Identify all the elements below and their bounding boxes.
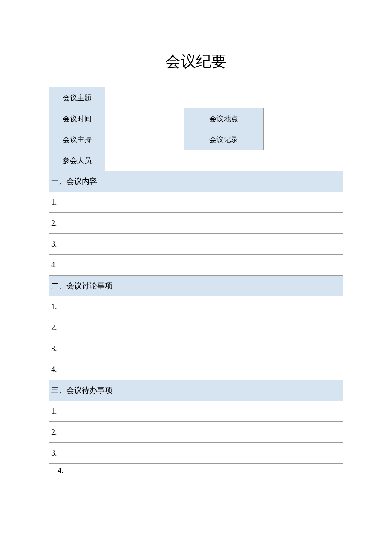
section-3-item: 2. — [49, 422, 343, 443]
subject-value — [105, 87, 343, 108]
section-2-item: 1. — [49, 296, 343, 317]
section-1-item: 3. — [49, 234, 343, 255]
host-label: 会议主持 — [49, 129, 105, 150]
location-value — [263, 108, 343, 129]
record-label: 会议记录 — [184, 129, 263, 150]
section-1-heading: 一、会议内容 — [49, 171, 343, 192]
section-1-item: 2. — [49, 213, 343, 234]
attendees-value — [105, 150, 343, 171]
section-2-heading: 二、会议讨论事项 — [49, 276, 343, 296]
section-3-item: 1. — [49, 401, 343, 422]
subject-label: 会议主题 — [49, 87, 105, 108]
section-3-heading: 三、会议待办事项 — [49, 380, 343, 401]
attendees-label: 参会人员 — [49, 150, 105, 171]
host-value — [105, 129, 184, 150]
section-3-item: 3. — [49, 443, 343, 464]
section-1-item: 1. — [49, 192, 343, 213]
meeting-minutes-table: 会议主题 会议时间 会议地点 会议主持 会议记录 参会人员 一、会议内容 1. … — [49, 87, 343, 464]
section-2-item: 3. — [49, 338, 343, 359]
time-value — [105, 108, 184, 129]
document-title: 会议纪要 — [49, 51, 343, 72]
trailing-item: 4. — [49, 464, 343, 479]
record-value — [263, 129, 343, 150]
section-2-item: 2. — [49, 317, 343, 338]
section-2-item: 4. — [49, 359, 343, 380]
section-1-item: 4. — [49, 255, 343, 276]
time-label: 会议时间 — [49, 108, 105, 129]
location-label: 会议地点 — [184, 108, 263, 129]
